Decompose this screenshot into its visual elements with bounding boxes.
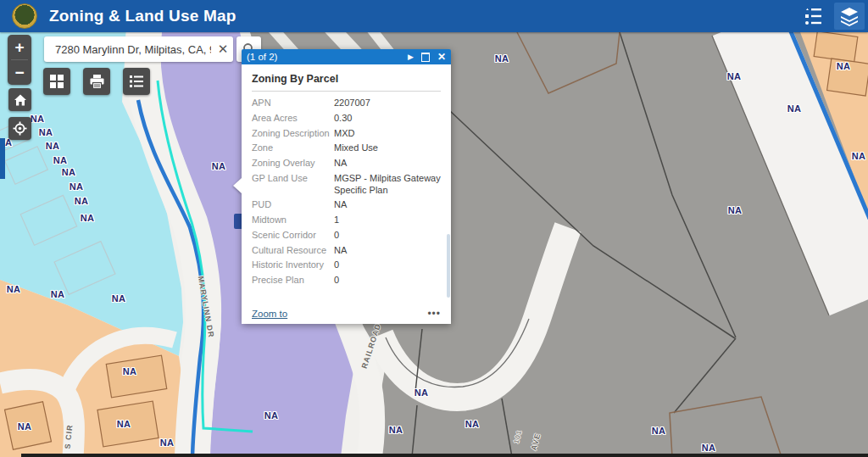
app-title: Zoning & Land Use Map [49,7,236,25]
field-label: Midtown [252,215,334,226]
field-value: MGSP - Milpitas Gateway Specific Plan [334,173,441,197]
field-label: APN [252,98,334,109]
attribute-row: GP Land UseMGSP - Milpitas Gateway Speci… [252,171,441,198]
field-label: Precise Plan [252,275,334,287]
popup-pager: (1 of 2) [247,52,400,62]
popup-title: Zoning By Parcel [252,73,441,85]
attribute-row: APN2207007 [252,96,441,111]
app-window: NANANANANANANANANANANANANANANANANANANANA… [0,0,868,457]
feature-popup: (1 of 2) ▶ ✕ Zoning By Parcel APN2207007… [242,49,451,324]
grid-icon [49,74,64,89]
legend-icon[interactable] [798,3,827,29]
attribute-row: Historic Inventory0 [252,258,441,273]
field-label: Area Acres [252,113,334,125]
attribute-row: Precise Plan0 [252,273,441,288]
attribute-row: Zoning DescriptionMXD [252,126,441,142]
field-label: Zoning Overlay [252,158,334,170]
close-icon[interactable]: ✕ [437,52,446,62]
attribute-row: PUDNA [252,198,441,213]
attribute-row: Area Acres0.30 [252,111,441,126]
layer-list-button[interactable] [123,68,150,95]
popup-header[interactable]: (1 of 2) ▶ ✕ [242,49,451,64]
attribute-row: Cultural ResourceNA [252,243,441,259]
field-value: 0 [334,275,441,287]
popup-body: Zoning By Parcel APN2207007Area Acres0.3… [242,64,451,324]
field-value: 1 [334,215,441,226]
attribute-row: ZoneMixed Use [252,141,441,156]
zoom-to-link[interactable]: Zoom to [252,309,287,319]
field-label: Zoning Description [252,128,334,140]
layers-icon[interactable] [834,3,865,30]
field-value: 0 [334,230,441,242]
side-panel-tab[interactable] [0,138,5,179]
field-value: 0 [334,259,441,271]
field-label: Scenic Corridor [252,230,334,242]
popup-anchor [233,178,242,193]
popup-scrollbar[interactable] [447,234,450,298]
next-feature-icon[interactable]: ▶ [408,53,414,61]
home-button[interactable] [8,88,31,111]
popup-footer: Zoom to ••• [242,304,451,324]
clear-search-icon[interactable]: ✕ [213,42,233,57]
field-label: Zone [252,142,334,154]
city-seal-logo [12,3,37,29]
zoom-out-button[interactable]: − [8,60,31,85]
list-icon [129,74,144,89]
bottom-bar [21,454,868,457]
app-header: Zoning & Land Use Map [0,0,868,32]
locate-button[interactable] [8,117,31,140]
field-value: NA [334,199,441,211]
field-value: NA [334,158,441,170]
maximize-icon[interactable] [421,53,430,62]
attribute-row: Scenic Corridor0 [252,228,441,243]
field-label: PUD [252,199,334,211]
attribute-row: Midtown1 [252,213,441,228]
field-value: NA [334,245,441,257]
zoom-in-button[interactable]: + [8,35,31,59]
field-value: 0.30 [334,113,441,125]
field-value: MXD [334,128,441,140]
attribute-table: APN2207007Area Acres0.30Zoning Descripti… [252,96,441,288]
search-input[interactable] [53,42,213,57]
field-label: Cultural Resource [252,245,334,257]
home-icon [14,93,27,107]
field-label: GP Land Use [252,173,334,197]
attribute-row: Zoning OverlayNA [252,156,441,171]
field-value: 2207007 [334,98,441,109]
search-bar: ✕ [44,36,233,62]
crosshair-icon [13,121,27,136]
printer-icon [89,74,105,90]
field-value: Mixed Use [334,142,441,154]
print-button[interactable] [83,68,110,95]
zoom-control: + − [8,35,31,85]
basemap-gallery-button[interactable] [43,68,70,95]
field-label: Historic Inventory [252,259,334,271]
